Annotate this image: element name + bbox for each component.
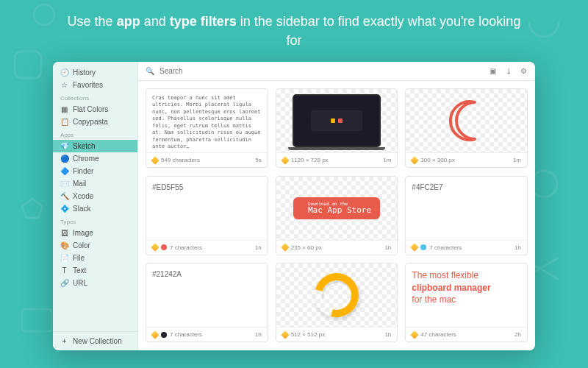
sidebar-item-label: Favorites bbox=[73, 81, 103, 89]
clip-preview-color: #4FC2E7 bbox=[406, 177, 527, 240]
clip-card[interactable]: Download on the Mac App Store 235 × 60 p… bbox=[276, 176, 398, 255]
sidebar-item-label: Chrome bbox=[73, 155, 99, 163]
search-icon: 🔍 bbox=[146, 67, 154, 75]
new-collection-label: New Collection bbox=[73, 337, 122, 345]
sidebar-item-chrome[interactable]: 🔵 Chrome bbox=[53, 152, 137, 165]
clip-meta: 7 characters bbox=[170, 331, 202, 338]
sidebar-item-flat-colors[interactable]: ▦ Flat Colors bbox=[53, 103, 137, 116]
clock-icon: 🕘 bbox=[60, 68, 68, 77]
sidebar-item-type-file[interactable]: 📄 File bbox=[53, 252, 137, 264]
appstore-badge: Download on the Mac App Store bbox=[293, 197, 380, 219]
url-icon: 🔗 bbox=[60, 279, 68, 287]
sidebar-item-mail[interactable]: ✉️ Mail bbox=[53, 177, 137, 190]
clip-age: 1h bbox=[255, 331, 262, 338]
clip-card[interactable]: The most flexible clipboard manager for … bbox=[405, 263, 528, 342]
clip-footer: 7 characters 1h bbox=[146, 327, 268, 342]
clip-card[interactable]: 300 × 300 px 1m bbox=[405, 88, 528, 168]
sidebar-item-label: File bbox=[73, 254, 85, 262]
clip-footer: 235 × 60 px 1h bbox=[276, 240, 398, 255]
clip-preview-image: Download on the Mac App Store bbox=[276, 177, 398, 240]
sidebar-item-label: Xcode bbox=[73, 192, 93, 200]
gear-icon[interactable]: ⚙ bbox=[520, 67, 528, 75]
sidebar-section-apps: Apps bbox=[53, 128, 137, 140]
clip-age: 5s bbox=[255, 157, 261, 163]
text-icon: T bbox=[60, 266, 68, 275]
clip-preview-richtext: The most flexible clipboard manager for … bbox=[406, 263, 527, 327]
clip-footer: 7 characters 1h bbox=[406, 240, 527, 255]
marketing-headline: Use the app and type filters in the side… bbox=[0, 0, 588, 50]
clip-footer: 300 × 300 px 1m bbox=[406, 152, 527, 167]
sidebar-item-history[interactable]: 🕘 History bbox=[53, 66, 137, 79]
image-icon: 🖼 bbox=[60, 229, 68, 237]
plus-icon: + bbox=[60, 337, 68, 345]
main-pane: 🔍 ▣ ⤓ ⚙ Cras tempor a nunc sit amet ultr… bbox=[138, 62, 535, 350]
clip-meta: 47 characters bbox=[420, 331, 456, 338]
color-swatch bbox=[420, 244, 426, 250]
clip-age: 1h bbox=[514, 244, 521, 251]
clip-meta: 7 characters bbox=[170, 244, 202, 251]
xcode-icon: 🔨 bbox=[60, 192, 68, 200]
clip-meta: 512 × 512 px bbox=[291, 331, 325, 338]
color-swatch bbox=[161, 244, 167, 250]
new-collection-button[interactable]: + New Collection bbox=[53, 331, 137, 350]
sidebar-item-slack[interactable]: 💠 Slack bbox=[53, 202, 137, 215]
grid-view-icon[interactable]: ▣ bbox=[489, 67, 497, 75]
sidebar-item-label: History bbox=[73, 68, 96, 77]
color-swatch bbox=[161, 332, 167, 338]
mail-icon: ✉️ bbox=[60, 180, 68, 188]
sidebar-item-favorites[interactable]: ☆ Favorites bbox=[53, 79, 137, 91]
sketch-source-icon bbox=[411, 156, 419, 164]
sidebar-item-label: Text bbox=[73, 266, 86, 275]
clip-card[interactable]: #ED5F55 7 characters 1h bbox=[146, 176, 268, 255]
search-input[interactable] bbox=[159, 67, 483, 75]
sidebar-item-copypasta[interactable]: 📋 Copypasta bbox=[53, 116, 137, 128]
app-window: 🕘 History ☆ Favorites Collections ▦ Flat… bbox=[53, 62, 535, 350]
sidebar-item-type-text[interactable]: T Text bbox=[53, 264, 137, 277]
clip-footer: 7 characters 1h bbox=[146, 240, 268, 255]
svg-rect-0 bbox=[15, 52, 41, 78]
appstore-big: Mac App Store bbox=[308, 206, 371, 215]
sidebar-section-types: Types bbox=[53, 215, 137, 227]
sidebar-item-sketch[interactable]: 💎 Sketch bbox=[53, 140, 137, 152]
clip-age: 1m bbox=[513, 157, 521, 163]
finder-icon: 🔷 bbox=[60, 167, 68, 175]
sidebar-item-xcode[interactable]: 🔨 Xcode bbox=[53, 190, 137, 202]
clip-preview-image bbox=[276, 263, 398, 327]
clip-footer: 549 characters 5s bbox=[146, 152, 268, 167]
sidebar-item-type-url[interactable]: 🔗 URL bbox=[53, 277, 137, 289]
clip-age: 2h bbox=[514, 331, 521, 338]
clip-card[interactable]: #4FC2E7 7 characters 1h bbox=[405, 176, 528, 255]
laptop-artwork bbox=[293, 94, 381, 147]
clip-preview-image bbox=[406, 89, 527, 152]
sidebar-item-label: Finder bbox=[73, 167, 93, 175]
clip-preview-color: #21242A bbox=[146, 263, 268, 327]
clip-card[interactable]: Cras tempor a nunc sit amet ultricies. M… bbox=[146, 88, 268, 168]
clip-card[interactable]: 1120 × 728 px 1m bbox=[276, 88, 398, 168]
sidebar-item-label: Slack bbox=[73, 205, 90, 213]
sidebar: 🕘 History ☆ Favorites Collections ▦ Flat… bbox=[53, 62, 138, 350]
sketch-source-icon bbox=[281, 156, 289, 164]
clip-preview-text: Cras tempor a nunc sit amet ultricies. M… bbox=[146, 89, 268, 152]
sidebar-item-type-image[interactable]: 🖼 Image bbox=[53, 227, 137, 239]
clip-age: 1m bbox=[383, 157, 391, 163]
clip-age: 1h bbox=[384, 331, 391, 338]
clip-card[interactable]: #21242A 7 characters 1h bbox=[146, 263, 268, 342]
export-icon[interactable]: ⤓ bbox=[504, 67, 512, 75]
sidebar-item-type-color[interactable]: 🎨 Color bbox=[53, 239, 137, 252]
clip-card[interactable]: 512 × 512 px 1h bbox=[276, 263, 398, 342]
color-icon: 🎨 bbox=[60, 241, 68, 250]
svg-rect-2 bbox=[22, 309, 51, 331]
clip-preview-image bbox=[276, 89, 398, 152]
sketch-source-icon bbox=[281, 243, 289, 251]
sketch-source-icon bbox=[151, 156, 159, 164]
clip-age: 1h bbox=[384, 244, 391, 251]
sidebar-item-finder[interactable]: 🔷 Finder bbox=[53, 165, 137, 177]
chrome-icon: 🔵 bbox=[60, 155, 68, 163]
curl-artwork bbox=[306, 265, 367, 325]
sketch-source-icon bbox=[411, 243, 419, 251]
sidebar-item-label: URL bbox=[73, 279, 87, 287]
clip-meta: 300 × 300 px bbox=[420, 157, 454, 163]
clip-footer: 512 × 512 px 1h bbox=[276, 327, 398, 342]
clipboard-icon: 📋 bbox=[60, 118, 68, 126]
star-icon: ☆ bbox=[60, 81, 68, 89]
